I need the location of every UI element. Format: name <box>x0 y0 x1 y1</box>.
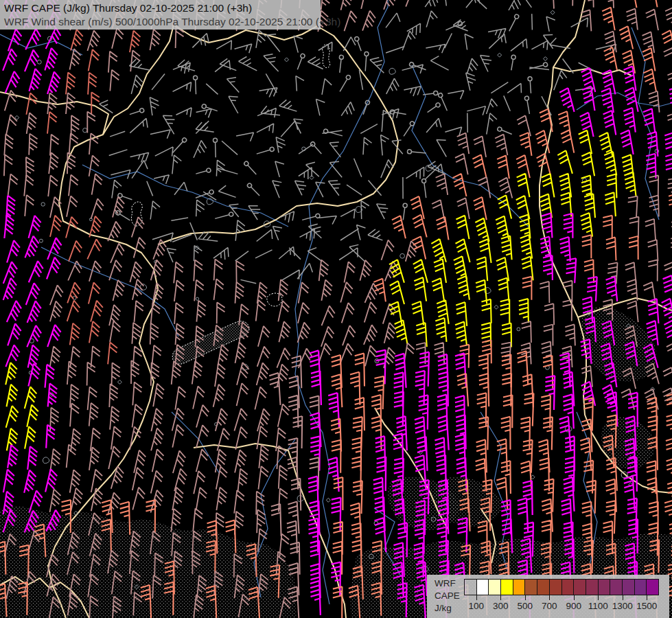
legend-tick <box>549 595 550 600</box>
legend-tick <box>598 595 599 600</box>
legend-tick <box>500 595 501 600</box>
legend-title-line1: WRF <box>435 577 460 590</box>
legend-cell <box>573 579 586 595</box>
legend-cell <box>561 579 575 595</box>
legend-tick <box>574 595 575 600</box>
title-line-windshear: WRF Wind shear (m/s) 500/1000hPa Thursda… <box>4 15 321 29</box>
legend-cell <box>634 579 647 595</box>
legend-tick <box>476 595 477 600</box>
legend-tick <box>525 595 526 600</box>
legend-cell <box>500 579 513 595</box>
legend-cell <box>586 579 599 595</box>
legend-cell <box>622 579 635 595</box>
legend-tick <box>623 595 623 600</box>
title-line-cape: WRF CAPE (J/kg) Thursday 02-10-2025 21:0… <box>4 1 321 15</box>
legend-cell <box>488 579 501 595</box>
wrf-cape-windshear-map <box>0 0 672 618</box>
legend-cell <box>464 579 477 595</box>
legend-cell <box>610 579 623 595</box>
legend-tick-label: 1500 <box>632 601 662 611</box>
legend-tick <box>647 595 647 600</box>
legend-title-line3: J/kg <box>435 602 460 615</box>
legend-cell <box>537 579 550 595</box>
legend-cell <box>598 579 611 595</box>
cape-legend: WRF CAPE J/kg 10030050070090011001300150… <box>427 575 669 618</box>
legend-title: WRF CAPE J/kg <box>435 577 460 615</box>
legend-color-bar <box>464 579 659 595</box>
weather-map-viewport: WRF CAPE (J/kg) Thursday 02-10-2025 21:0… <box>0 0 672 618</box>
legend-cell <box>646 579 659 595</box>
legend-cell <box>524 579 537 595</box>
legend-cell <box>513 579 526 595</box>
legend-title-line2: CAPE <box>435 590 460 602</box>
map-title-overlay: WRF CAPE (J/kg) Thursday 02-10-2025 21:0… <box>0 0 321 30</box>
legend-cell <box>476 579 489 595</box>
legend-cell <box>549 579 562 595</box>
